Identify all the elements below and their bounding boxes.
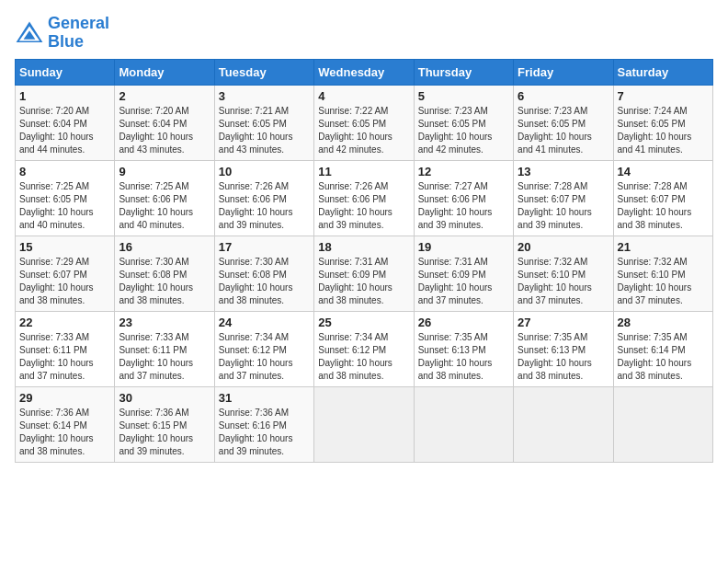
- day-number: 17: [219, 240, 310, 254]
- day-number: 9: [119, 165, 210, 178]
- day-info: Sunrise: 7:36 AM Sunset: 6:15 PM Dayligh…: [119, 407, 210, 458]
- day-number: 4: [318, 89, 409, 103]
- calendar-cell: 25Sunrise: 7:34 AM Sunset: 6:12 PM Dayli…: [314, 311, 414, 386]
- day-info: Sunrise: 7:24 AM Sunset: 6:05 PM Dayligh…: [618, 105, 709, 156]
- calendar-cell: 5Sunrise: 7:23 AM Sunset: 6:05 PM Daylig…: [414, 85, 513, 160]
- calendar-body: 1Sunrise: 7:20 AM Sunset: 6:04 PM Daylig…: [16, 85, 713, 462]
- logo: General Blue: [15, 15, 109, 52]
- weekday-header-row: SundayMondayTuesdayWednesdayThursdayFrid…: [16, 59, 713, 85]
- day-number: 26: [418, 316, 509, 329]
- day-number: 31: [219, 391, 310, 405]
- calendar-cell: 30Sunrise: 7:36 AM Sunset: 6:15 PM Dayli…: [115, 386, 214, 462]
- day-info: Sunrise: 7:20 AM Sunset: 6:04 PM Dayligh…: [119, 105, 210, 156]
- day-number: 7: [618, 89, 709, 103]
- calendar-table: SundayMondayTuesdayWednesdayThursdayFrid…: [15, 59, 713, 463]
- calendar-cell: 9Sunrise: 7:25 AM Sunset: 6:06 PM Daylig…: [115, 160, 214, 236]
- day-info: Sunrise: 7:30 AM Sunset: 6:08 PM Dayligh…: [119, 256, 210, 307]
- day-info: Sunrise: 7:29 AM Sunset: 6:07 PM Dayligh…: [19, 256, 110, 307]
- calendar-cell: 4Sunrise: 7:22 AM Sunset: 6:05 PM Daylig…: [314, 85, 414, 160]
- day-info: Sunrise: 7:36 AM Sunset: 6:16 PM Dayligh…: [219, 407, 310, 458]
- day-info: Sunrise: 7:36 AM Sunset: 6:14 PM Dayligh…: [19, 407, 110, 458]
- day-info: Sunrise: 7:33 AM Sunset: 6:11 PM Dayligh…: [119, 331, 210, 383]
- day-number: 5: [418, 89, 509, 103]
- calendar-cell: 14Sunrise: 7:28 AM Sunset: 6:07 PM Dayli…: [613, 160, 712, 236]
- day-info: Sunrise: 7:25 AM Sunset: 6:06 PM Dayligh…: [119, 180, 210, 232]
- day-number: 10: [219, 165, 310, 178]
- calendar-cell: 16Sunrise: 7:30 AM Sunset: 6:08 PM Dayli…: [115, 236, 214, 311]
- calendar-cell: 8Sunrise: 7:25 AM Sunset: 6:05 PM Daylig…: [16, 160, 115, 236]
- day-info: Sunrise: 7:23 AM Sunset: 6:05 PM Dayligh…: [418, 105, 509, 156]
- day-number: 1: [19, 89, 110, 103]
- calendar-cell: 27Sunrise: 7:35 AM Sunset: 6:13 PM Dayli…: [514, 311, 613, 386]
- calendar-cell: 21Sunrise: 7:32 AM Sunset: 6:10 PM Dayli…: [613, 236, 712, 311]
- day-number: 14: [618, 165, 709, 178]
- weekday-header-sunday: Sunday: [16, 59, 115, 85]
- calendar-week-2: 15Sunrise: 7:29 AM Sunset: 6:07 PM Dayli…: [16, 236, 713, 311]
- day-number: 28: [618, 316, 709, 329]
- day-info: Sunrise: 7:26 AM Sunset: 6:06 PM Dayligh…: [219, 180, 310, 232]
- calendar-cell: 12Sunrise: 7:27 AM Sunset: 6:06 PM Dayli…: [414, 160, 513, 236]
- day-number: 11: [318, 165, 409, 178]
- calendar-cell: 28Sunrise: 7:35 AM Sunset: 6:14 PM Dayli…: [613, 311, 712, 386]
- day-info: Sunrise: 7:26 AM Sunset: 6:06 PM Dayligh…: [318, 180, 409, 232]
- calendar-cell: 23Sunrise: 7:33 AM Sunset: 6:11 PM Dayli…: [115, 311, 214, 386]
- calendar-cell: 18Sunrise: 7:31 AM Sunset: 6:09 PM Dayli…: [314, 236, 414, 311]
- day-info: Sunrise: 7:27 AM Sunset: 6:06 PM Dayligh…: [418, 180, 509, 232]
- day-info: Sunrise: 7:35 AM Sunset: 6:14 PM Dayligh…: [618, 331, 709, 383]
- day-number: 3: [219, 89, 310, 103]
- day-number: 16: [119, 240, 210, 254]
- day-info: Sunrise: 7:28 AM Sunset: 6:07 PM Dayligh…: [618, 180, 709, 232]
- day-info: Sunrise: 7:35 AM Sunset: 6:13 PM Dayligh…: [418, 331, 509, 383]
- day-number: 22: [19, 316, 110, 329]
- calendar-cell: 6Sunrise: 7:23 AM Sunset: 6:05 PM Daylig…: [514, 85, 613, 160]
- weekday-header-wednesday: Wednesday: [314, 59, 414, 85]
- calendar-week-1: 8Sunrise: 7:25 AM Sunset: 6:05 PM Daylig…: [16, 160, 713, 236]
- calendar-cell: 20Sunrise: 7:32 AM Sunset: 6:10 PM Dayli…: [514, 236, 613, 311]
- day-info: Sunrise: 7:25 AM Sunset: 6:05 PM Dayligh…: [19, 180, 110, 232]
- calendar-week-3: 22Sunrise: 7:33 AM Sunset: 6:11 PM Dayli…: [16, 311, 713, 386]
- calendar-cell: 3Sunrise: 7:21 AM Sunset: 6:05 PM Daylig…: [214, 85, 313, 160]
- day-number: 29: [19, 391, 110, 405]
- calendar-cell: 31Sunrise: 7:36 AM Sunset: 6:16 PM Dayli…: [214, 386, 313, 462]
- calendar-cell: 2Sunrise: 7:20 AM Sunset: 6:04 PM Daylig…: [115, 85, 214, 160]
- day-number: 30: [119, 391, 210, 405]
- weekday-header-thursday: Thursday: [414, 59, 513, 85]
- calendar-cell: 19Sunrise: 7:31 AM Sunset: 6:09 PM Dayli…: [414, 236, 513, 311]
- calendar-cell: [414, 386, 513, 462]
- day-info: Sunrise: 7:23 AM Sunset: 6:05 PM Dayligh…: [518, 105, 609, 156]
- calendar-cell: [514, 386, 613, 462]
- day-info: Sunrise: 7:33 AM Sunset: 6:11 PM Dayligh…: [19, 331, 110, 383]
- weekday-header-monday: Monday: [115, 59, 214, 85]
- day-info: Sunrise: 7:21 AM Sunset: 6:05 PM Dayligh…: [219, 105, 310, 156]
- weekday-header-saturday: Saturday: [613, 59, 712, 85]
- day-info: Sunrise: 7:34 AM Sunset: 6:12 PM Dayligh…: [318, 331, 409, 383]
- calendar-cell: [314, 386, 414, 462]
- calendar-cell: [613, 386, 712, 462]
- day-number: 21: [618, 240, 709, 254]
- day-info: Sunrise: 7:31 AM Sunset: 6:09 PM Dayligh…: [418, 256, 509, 307]
- calendar-cell: 22Sunrise: 7:33 AM Sunset: 6:11 PM Dayli…: [16, 311, 115, 386]
- calendar-cell: 1Sunrise: 7:20 AM Sunset: 6:04 PM Daylig…: [16, 85, 115, 160]
- calendar-cell: 10Sunrise: 7:26 AM Sunset: 6:06 PM Dayli…: [214, 160, 313, 236]
- day-number: 24: [219, 316, 310, 329]
- day-info: Sunrise: 7:32 AM Sunset: 6:10 PM Dayligh…: [518, 256, 609, 307]
- day-number: 6: [518, 89, 609, 103]
- day-info: Sunrise: 7:30 AM Sunset: 6:08 PM Dayligh…: [219, 256, 310, 307]
- logo-icon: [15, 20, 44, 46]
- calendar-cell: 15Sunrise: 7:29 AM Sunset: 6:07 PM Dayli…: [16, 236, 115, 311]
- day-info: Sunrise: 7:31 AM Sunset: 6:09 PM Dayligh…: [318, 256, 409, 307]
- day-number: 12: [418, 165, 509, 178]
- day-number: 20: [518, 240, 609, 254]
- logo-text: General Blue: [48, 15, 109, 52]
- weekday-header-tuesday: Tuesday: [214, 59, 313, 85]
- calendar-cell: 11Sunrise: 7:26 AM Sunset: 6:06 PM Dayli…: [314, 160, 414, 236]
- day-number: 13: [518, 165, 609, 178]
- header: General Blue: [15, 15, 713, 52]
- day-number: 25: [318, 316, 409, 329]
- day-number: 15: [19, 240, 110, 254]
- calendar-cell: 24Sunrise: 7:34 AM Sunset: 6:12 PM Dayli…: [214, 311, 313, 386]
- day-number: 19: [418, 240, 509, 254]
- calendar-week-4: 29Sunrise: 7:36 AM Sunset: 6:14 PM Dayli…: [16, 386, 713, 462]
- day-info: Sunrise: 7:20 AM Sunset: 6:04 PM Dayligh…: [19, 105, 110, 156]
- day-number: 2: [119, 89, 210, 103]
